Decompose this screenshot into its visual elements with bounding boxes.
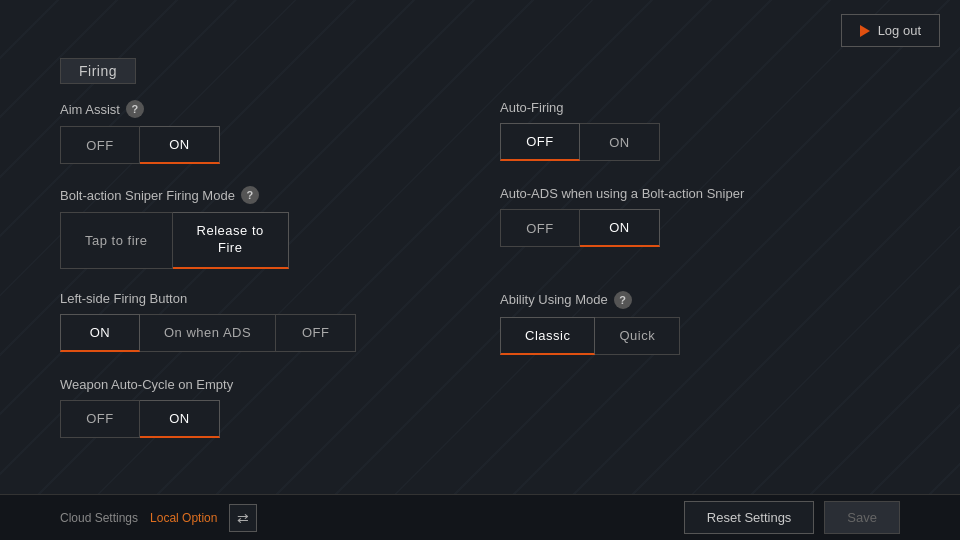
ability-mode-help-icon[interactable]: ?: [614, 291, 632, 309]
cloud-settings-label: Cloud Settings: [60, 511, 138, 525]
auto-firing-label: Auto-Firing: [500, 100, 900, 115]
bolt-sniper-btn-group: Tap to fire Release toFire: [60, 212, 460, 269]
ability-mode-btn-group: Classic Quick: [500, 317, 900, 355]
weapon-auto-cycle-btn-group: OFF ON: [60, 400, 460, 438]
logout-button[interactable]: Log out: [841, 14, 940, 47]
auto-ads-group: Auto-ADS when using a Bolt-action Sniper…: [500, 186, 900, 269]
left-side-off-btn[interactable]: OFF: [276, 314, 356, 352]
auto-firing-btn-group: OFF ON: [500, 123, 900, 161]
auto-firing-group: Auto-Firing OFF ON: [500, 100, 900, 164]
quick-btn[interactable]: Quick: [595, 317, 680, 355]
release-to-fire-btn[interactable]: Release toFire: [173, 212, 289, 269]
weapon-cycle-off-btn[interactable]: OFF: [60, 400, 140, 438]
transfer-icon[interactable]: ⇄: [229, 504, 257, 532]
bottom-right: Reset Settings Save: [684, 501, 900, 534]
bolt-sniper-help-icon[interactable]: ?: [241, 186, 259, 204]
left-side-on-btn[interactable]: ON: [60, 314, 140, 352]
classic-btn[interactable]: Classic: [500, 317, 595, 355]
reset-settings-button[interactable]: Reset Settings: [684, 501, 815, 534]
main-content: Firing Aim Assist ? OFF ON Auto-Firing O…: [0, 0, 960, 460]
auto-ads-btn-group: OFF ON: [500, 209, 900, 247]
left-side-ads-btn[interactable]: On when ADS: [140, 314, 276, 352]
auto-ads-on-btn[interactable]: ON: [580, 209, 660, 247]
weapon-auto-cycle-label: Weapon Auto-Cycle on Empty: [60, 377, 460, 392]
save-button[interactable]: Save: [824, 501, 900, 534]
ability-mode-group: Ability Using Mode ? Classic Quick: [500, 291, 900, 355]
local-option-label[interactable]: Local Option: [150, 511, 217, 525]
auto-ads-label: Auto-ADS when using a Bolt-action Sniper: [500, 186, 900, 201]
bottom-bar: Cloud Settings Local Option ⇄ Reset Sett…: [0, 494, 960, 540]
left-side-button-group: Left-side Firing Button ON On when ADS O…: [60, 291, 460, 355]
aim-assist-off-btn[interactable]: OFF: [60, 126, 140, 164]
auto-ads-off-btn[interactable]: OFF: [500, 209, 580, 247]
tap-to-fire-btn[interactable]: Tap to fire: [60, 212, 173, 269]
logout-label: Log out: [878, 23, 921, 38]
settings-grid: Aim Assist ? OFF ON Auto-Firing OFF ON B…: [60, 100, 900, 460]
bolt-sniper-label: Bolt-action Sniper Firing Mode ?: [60, 186, 460, 204]
aim-assist-label: Aim Assist ?: [60, 100, 460, 118]
auto-firing-off-btn[interactable]: OFF: [500, 123, 580, 161]
bolt-sniper-group: Bolt-action Sniper Firing Mode ? Tap to …: [60, 186, 460, 269]
weapon-auto-cycle-group: Weapon Auto-Cycle on Empty OFF ON: [60, 377, 460, 438]
aim-assist-help-icon[interactable]: ?: [126, 100, 144, 118]
weapon-cycle-on-btn[interactable]: ON: [140, 400, 220, 438]
play-icon: [860, 25, 870, 37]
section-title: Firing: [79, 63, 117, 79]
ability-mode-label: Ability Using Mode ?: [500, 291, 900, 309]
aim-assist-btn-group: OFF ON: [60, 126, 460, 164]
left-side-button-label: Left-side Firing Button: [60, 291, 460, 306]
aim-assist-group: Aim Assist ? OFF ON: [60, 100, 460, 164]
section-header: Firing: [60, 58, 136, 84]
auto-firing-on-btn[interactable]: ON: [580, 123, 660, 161]
left-side-btn-group: ON On when ADS OFF: [60, 314, 460, 352]
aim-assist-on-btn[interactable]: ON: [140, 126, 220, 164]
